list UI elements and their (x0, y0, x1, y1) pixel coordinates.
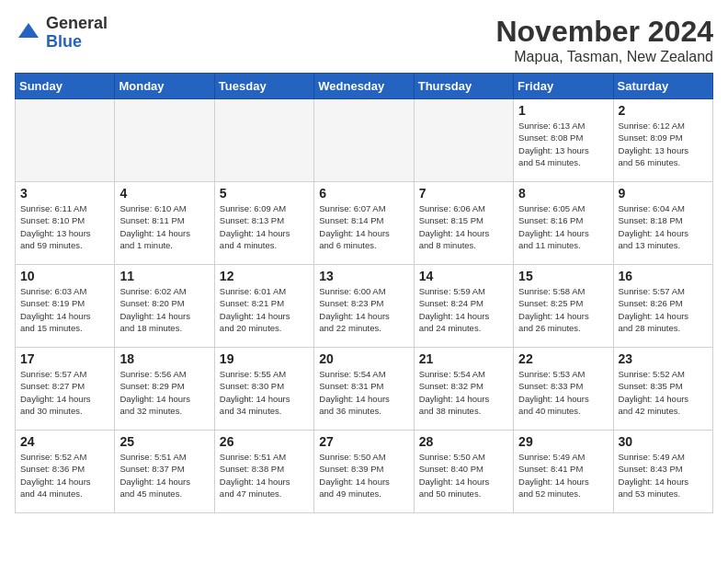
calendar-cell: 30Sunrise: 5:49 AM Sunset: 8:43 PM Dayli… (613, 431, 712, 513)
calendar-table: SundayMondayTuesdayWednesdayThursdayFrid… (15, 73, 713, 513)
calendar-cell: 7Sunrise: 6:06 AM Sunset: 8:15 PM Daylig… (414, 182, 513, 265)
calendar-cell: 17Sunrise: 5:57 AM Sunset: 8:27 PM Dayli… (16, 348, 115, 431)
day-info: Sunrise: 6:00 AM Sunset: 8:23 PM Dayligh… (319, 285, 408, 334)
day-number: 16 (619, 269, 708, 283)
calendar-cell: 9Sunrise: 6:04 AM Sunset: 8:18 PM Daylig… (613, 182, 712, 265)
calendar-cell: 11Sunrise: 6:02 AM Sunset: 8:20 PM Dayli… (115, 265, 214, 348)
day-number: 23 (619, 351, 708, 366)
day-info: Sunrise: 6:06 AM Sunset: 8:15 PM Dayligh… (419, 202, 508, 251)
day-info: Sunrise: 6:02 AM Sunset: 8:20 PM Dayligh… (119, 285, 209, 334)
day-number: 5 (220, 186, 309, 201)
day-info: Sunrise: 6:01 AM Sunset: 8:21 PM Dayligh… (220, 285, 309, 334)
day-number: 27 (319, 434, 408, 449)
day-number: 6 (319, 186, 408, 201)
calendar-cell: 16Sunrise: 5:57 AM Sunset: 8:26 PM Dayli… (613, 265, 712, 348)
header: General Blue November 2024 Mapua, Tasman… (15, 15, 713, 65)
day-info: Sunrise: 6:13 AM Sunset: 8:08 PM Dayligh… (518, 120, 608, 168)
calendar-cell: 18Sunrise: 5:56 AM Sunset: 8:29 PM Dayli… (115, 348, 214, 431)
header-day-saturday: Saturday (613, 74, 712, 99)
calendar-cell (414, 99, 513, 182)
week-row-1: 1Sunrise: 6:13 AM Sunset: 8:08 PM Daylig… (16, 99, 713, 182)
day-number: 20 (319, 351, 408, 366)
header-day-monday: Monday (115, 74, 214, 99)
day-number: 1 (518, 103, 608, 118)
day-number: 28 (419, 434, 508, 449)
calendar-cell (214, 99, 313, 182)
week-row-2: 3Sunrise: 6:11 AM Sunset: 8:10 PM Daylig… (16, 182, 713, 265)
calendar-cell: 4Sunrise: 6:10 AM Sunset: 8:11 PM Daylig… (115, 182, 214, 265)
calendar-cell: 28Sunrise: 5:50 AM Sunset: 8:40 PM Dayli… (414, 431, 513, 513)
day-number: 10 (20, 269, 109, 283)
week-row-4: 17Sunrise: 5:57 AM Sunset: 8:27 PM Dayli… (16, 348, 713, 431)
calendar-cell: 2Sunrise: 6:12 AM Sunset: 8:09 PM Daylig… (613, 99, 712, 182)
logo-icon (15, 19, 42, 47)
day-info: Sunrise: 5:54 AM Sunset: 8:31 PM Dayligh… (319, 368, 408, 417)
header-day-sunday: Sunday (16, 74, 115, 99)
day-info: Sunrise: 5:59 AM Sunset: 8:24 PM Dayligh… (419, 285, 508, 334)
day-info: Sunrise: 5:57 AM Sunset: 8:27 PM Dayligh… (20, 368, 109, 417)
day-number: 21 (419, 351, 508, 366)
calendar-cell (314, 99, 414, 182)
day-info: Sunrise: 6:11 AM Sunset: 8:10 PM Dayligh… (20, 202, 109, 251)
calendar-cell (16, 99, 115, 182)
calendar-cell: 6Sunrise: 6:07 AM Sunset: 8:14 PM Daylig… (314, 182, 414, 265)
header-day-thursday: Thursday (414, 74, 513, 99)
day-info: Sunrise: 5:53 AM Sunset: 8:33 PM Dayligh… (518, 368, 608, 417)
day-info: Sunrise: 6:04 AM Sunset: 8:18 PM Dayligh… (619, 202, 708, 251)
logo-text: General Blue (46, 15, 108, 52)
header-day-tuesday: Tuesday (214, 74, 313, 99)
day-number: 7 (419, 186, 508, 201)
calendar-cell: 29Sunrise: 5:49 AM Sunset: 8:41 PM Dayli… (514, 431, 613, 513)
logo: General Blue (15, 15, 108, 52)
calendar-cell: 24Sunrise: 5:52 AM Sunset: 8:36 PM Dayli… (16, 431, 115, 513)
calendar-cell: 1Sunrise: 6:13 AM Sunset: 8:08 PM Daylig… (514, 99, 613, 182)
calendar-title: November 2024 (495, 15, 713, 49)
day-number: 14 (419, 269, 508, 283)
header-day-wednesday: Wednesday (314, 74, 414, 99)
day-info: Sunrise: 5:51 AM Sunset: 8:38 PM Dayligh… (220, 451, 309, 500)
day-number: 18 (119, 351, 209, 366)
day-info: Sunrise: 5:58 AM Sunset: 8:25 PM Dayligh… (518, 285, 608, 334)
day-info: Sunrise: 6:07 AM Sunset: 8:14 PM Dayligh… (319, 202, 408, 251)
day-info: Sunrise: 5:57 AM Sunset: 8:26 PM Dayligh… (619, 285, 708, 334)
calendar-cell: 26Sunrise: 5:51 AM Sunset: 8:38 PM Dayli… (214, 431, 313, 513)
day-number: 2 (619, 103, 708, 118)
day-number: 26 (220, 434, 309, 449)
calendar-cell: 27Sunrise: 5:50 AM Sunset: 8:39 PM Dayli… (314, 431, 414, 513)
day-number: 11 (119, 269, 209, 283)
day-info: Sunrise: 5:49 AM Sunset: 8:41 PM Dayligh… (518, 451, 608, 500)
calendar-cell: 10Sunrise: 6:03 AM Sunset: 8:19 PM Dayli… (16, 265, 115, 348)
calendar-cell (115, 99, 214, 182)
day-info: Sunrise: 5:49 AM Sunset: 8:43 PM Dayligh… (619, 451, 708, 500)
calendar-cell: 15Sunrise: 5:58 AM Sunset: 8:25 PM Dayli… (514, 265, 613, 348)
day-number: 8 (518, 186, 608, 201)
svg-marker-0 (18, 23, 39, 38)
day-info: Sunrise: 6:12 AM Sunset: 8:09 PM Dayligh… (619, 120, 708, 168)
week-row-3: 10Sunrise: 6:03 AM Sunset: 8:19 PM Dayli… (16, 265, 713, 348)
title-section: November 2024 Mapua, Tasman, New Zealand (495, 15, 713, 65)
calendar-cell: 19Sunrise: 5:55 AM Sunset: 8:30 PM Dayli… (214, 348, 313, 431)
day-info: Sunrise: 5:50 AM Sunset: 8:40 PM Dayligh… (419, 451, 508, 500)
day-number: 25 (119, 434, 209, 449)
day-number: 19 (220, 351, 309, 366)
day-info: Sunrise: 6:03 AM Sunset: 8:19 PM Dayligh… (20, 285, 109, 334)
day-number: 29 (518, 434, 608, 449)
day-info: Sunrise: 5:51 AM Sunset: 8:37 PM Dayligh… (119, 451, 209, 500)
calendar-cell: 21Sunrise: 5:54 AM Sunset: 8:32 PM Dayli… (414, 348, 513, 431)
day-number: 13 (319, 269, 408, 283)
day-info: Sunrise: 5:52 AM Sunset: 8:36 PM Dayligh… (20, 451, 109, 500)
calendar-cell: 14Sunrise: 5:59 AM Sunset: 8:24 PM Dayli… (414, 265, 513, 348)
logo-general: General (46, 15, 108, 33)
header-day-friday: Friday (514, 74, 613, 99)
calendar-cell: 23Sunrise: 5:52 AM Sunset: 8:35 PM Dayli… (613, 348, 712, 431)
calendar-cell: 22Sunrise: 5:53 AM Sunset: 8:33 PM Dayli… (514, 348, 613, 431)
day-number: 15 (518, 269, 608, 283)
day-number: 12 (220, 269, 309, 283)
day-number: 17 (20, 351, 109, 366)
day-number: 22 (518, 351, 608, 366)
day-info: Sunrise: 5:55 AM Sunset: 8:30 PM Dayligh… (220, 368, 309, 417)
day-info: Sunrise: 5:52 AM Sunset: 8:35 PM Dayligh… (619, 368, 708, 417)
day-number: 4 (119, 186, 209, 201)
calendar-cell: 13Sunrise: 6:00 AM Sunset: 8:23 PM Dayli… (314, 265, 414, 348)
calendar-cell: 25Sunrise: 5:51 AM Sunset: 8:37 PM Dayli… (115, 431, 214, 513)
